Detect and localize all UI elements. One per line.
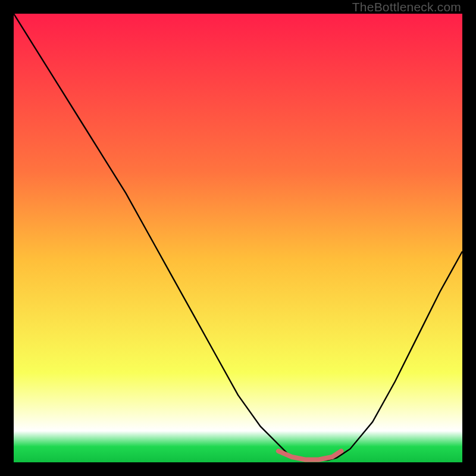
chart-canvas xyxy=(14,14,462,462)
watermark-text: TheBottleneck.com xyxy=(352,0,461,14)
chart-frame xyxy=(14,14,462,462)
